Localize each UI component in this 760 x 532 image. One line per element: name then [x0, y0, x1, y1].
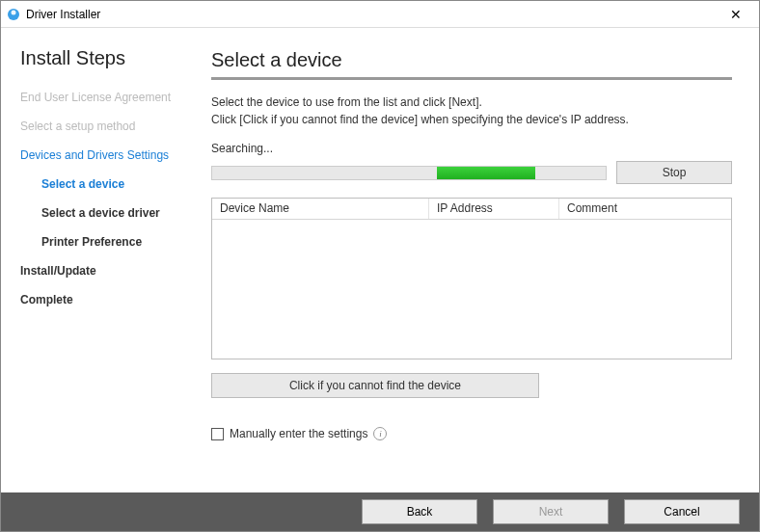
step-printer-preference: Printer Preference [20, 235, 176, 249]
col-comment[interactable]: Comment [559, 199, 731, 219]
description-line-1: Select the device to use from the list a… [211, 93, 732, 111]
close-icon[interactable]: ✕ [719, 7, 753, 22]
manual-row: Manually enter the settings i [211, 427, 732, 440]
col-ip-address[interactable]: IP Address [429, 199, 559, 219]
svg-point-1 [12, 10, 16, 14]
page-title: Select a device [211, 49, 732, 71]
manual-label: Manually enter the settings [230, 427, 367, 440]
step-install-update: Install/Update [20, 264, 176, 278]
col-device-name[interactable]: Device Name [212, 199, 429, 219]
sidebar-heading: Install Steps [20, 47, 176, 69]
step-setup-method: Select a setup method [20, 120, 176, 133]
table-header: Device Name IP Address Comment [212, 199, 731, 220]
title-divider [211, 77, 732, 80]
back-button[interactable]: Back [362, 499, 477, 524]
step-select-driver: Select a device driver [20, 206, 176, 220]
footer: Back Next Cancel [1, 492, 759, 531]
progress-bar [211, 166, 607, 180]
step-complete: Complete [20, 293, 176, 306]
device-table[interactable]: Device Name IP Address Comment [211, 198, 732, 359]
app-icon [7, 8, 20, 21]
step-devices-drivers: Devices and Drivers Settings [20, 148, 176, 162]
next-button[interactable]: Next [493, 499, 609, 524]
progress-fill [437, 167, 535, 179]
sidebar: Install Steps End User License Agreement… [1, 28, 194, 492]
stop-button[interactable]: Stop [616, 161, 732, 184]
manual-checkbox[interactable] [211, 428, 224, 440]
step-eula: End User License Agreement [20, 91, 176, 104]
content: Install Steps End User License Agreement… [1, 28, 759, 492]
search-status: Searching... [211, 142, 732, 155]
progress-row: Stop [211, 161, 732, 184]
cancel-button[interactable]: Cancel [624, 499, 740, 524]
main-panel: Select a device Select the device to use… [194, 28, 759, 492]
cannot-find-device-button[interactable]: Click if you cannot find the device [211, 373, 539, 398]
step-select-device: Select a device [20, 177, 176, 191]
window-title: Driver Installer [26, 8, 100, 21]
titlebar: Driver Installer ✕ [1, 1, 759, 28]
description: Select the device to use from the list a… [211, 93, 732, 128]
description-line-2: Click [Click if you cannot find the devi… [211, 111, 732, 128]
info-icon[interactable]: i [373, 427, 387, 440]
